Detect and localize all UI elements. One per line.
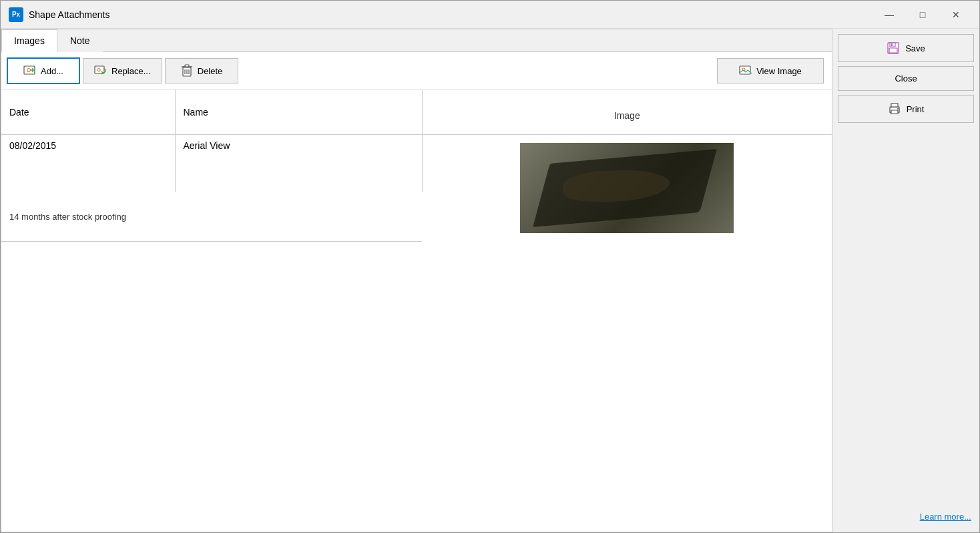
delete-button[interactable]: Delete — [165, 58, 238, 83]
replace-button[interactable]: Replace... — [83, 58, 162, 83]
svg-rect-16 — [889, 48, 897, 53]
aerial-image — [520, 143, 734, 233]
save-button[interactable]: Save — [838, 34, 974, 62]
cell-date: 08/02/2015 — [1, 135, 175, 192]
svg-rect-17 — [891, 43, 893, 46]
table-header-row: Date Name Image — [1, 90, 832, 135]
right-panel: Save Close Print Learn more... — [832, 29, 979, 532]
aerial-background — [520, 143, 734, 233]
view-image-icon — [739, 64, 752, 77]
main-panel: Images Note Add... — [1, 29, 832, 532]
window-title: Shape Attachments — [29, 9, 109, 20]
cell-name: Aerial View — [175, 135, 422, 192]
empty-cell-date — [1, 241, 175, 361]
print-button[interactable]: Print — [838, 95, 974, 123]
col-header-date: Date — [1, 90, 175, 135]
save-icon — [887, 41, 900, 55]
table-area[interactable]: Date Name Image 08/02/2015 Aerial View — [1, 90, 832, 532]
image-header-area: Image — [431, 97, 824, 128]
print-label: Print — [907, 104, 925, 114]
svg-rect-19 — [891, 104, 898, 107]
cell-notes: 14 months after stock proofing — [1, 192, 422, 241]
add-icon — [23, 64, 37, 77]
add-label: Add... — [41, 66, 63, 76]
close-window-button[interactable]: ✕ — [941, 5, 971, 24]
close-label: Close — [895, 73, 917, 83]
delete-label: Delete — [198, 66, 223, 76]
replace-icon — [94, 64, 107, 77]
main-window: Px Shape Attachments — □ ✕ Images Note — [0, 0, 980, 533]
maximize-button[interactable]: □ — [907, 5, 938, 24]
view-image-label: View Image — [756, 66, 802, 76]
title-left: Px Shape Attachments — [9, 7, 109, 22]
tab-note[interactable]: Note — [57, 29, 103, 52]
empty-cell-image — [422, 241, 832, 361]
cell-image — [422, 135, 832, 242]
sidebar-spacer — [838, 127, 974, 502]
learn-more-link[interactable]: Learn more... — [838, 506, 974, 527]
close-button[interactable]: Close — [838, 66, 974, 91]
replace-label: Replace... — [111, 66, 151, 76]
delete-icon — [180, 64, 194, 77]
toolbar: Add... Replace... — [1, 52, 832, 90]
add-button[interactable]: Add... — [7, 57, 80, 84]
svg-rect-11 — [185, 65, 189, 67]
col-header-name: Name — [175, 90, 422, 135]
table-empty-row — [1, 241, 832, 361]
empty-cell-name — [175, 241, 422, 361]
app-icon: Px — [9, 7, 23, 22]
tabs-bar: Images Note — [1, 29, 832, 52]
view-image-button[interactable]: View Image — [717, 58, 824, 83]
print-icon — [888, 102, 901, 116]
table-row[interactable]: 08/02/2015 Aerial View — [1, 135, 832, 192]
svg-point-21 — [897, 108, 899, 110]
attachments-table: Date Name Image 08/02/2015 Aerial View — [1, 90, 832, 361]
svg-rect-20 — [891, 110, 898, 114]
col-header-image: Image — [422, 90, 832, 135]
tab-images[interactable]: Images — [1, 29, 57, 52]
title-controls: — □ ✕ — [874, 5, 971, 24]
title-bar: Px Shape Attachments — □ ✕ — [1, 1, 979, 29]
save-label: Save — [905, 43, 925, 53]
content-area: Images Note Add... — [1, 29, 979, 532]
minimize-button[interactable]: — — [874, 5, 905, 24]
